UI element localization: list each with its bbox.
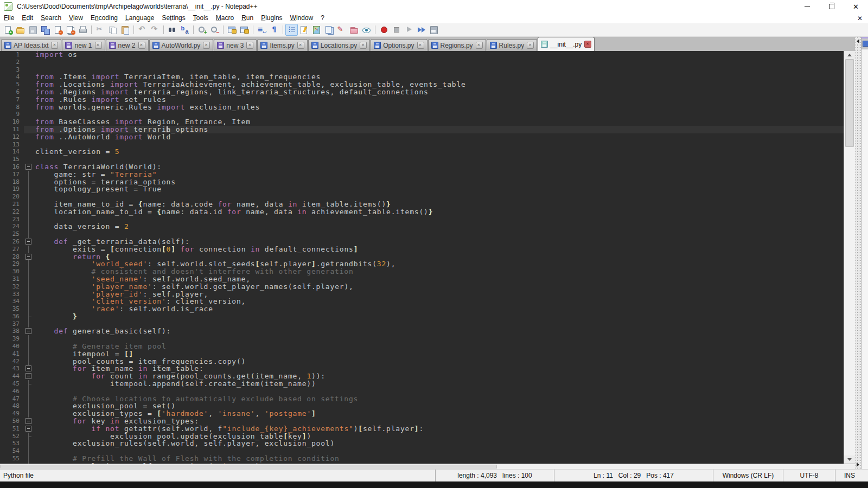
menu-macro[interactable]: Macro	[212, 13, 238, 23]
monitoring-button[interactable]	[360, 24, 373, 36]
fold-margin-cell	[24, 133, 33, 141]
indent-guide-button[interactable]	[285, 24, 298, 36]
fold-margin-cell	[24, 126, 33, 133]
minimize-button[interactable]	[795, 0, 819, 13]
tab-close-icon[interactable]	[297, 42, 304, 49]
line-number: 4	[0, 73, 24, 81]
folder-workspace-button[interactable]	[348, 24, 360, 36]
macro-stop-button[interactable]	[390, 24, 403, 36]
redo-button[interactable]	[149, 24, 161, 36]
scroll-down-icon[interactable]	[844, 455, 855, 464]
save-all-button[interactable]	[39, 24, 52, 36]
scroll-up-icon[interactable]	[844, 51, 855, 59]
tab-close-icon[interactable]	[417, 42, 424, 49]
horizontal-scroll-thumb[interactable]	[0, 465, 497, 468]
tab-autoworld-py[interactable]: AutoWorld.py	[149, 39, 214, 51]
fold-toggle-icon[interactable]	[24, 328, 33, 335]
save-button[interactable]	[27, 24, 39, 36]
zoom-in-button[interactable]	[196, 24, 208, 36]
menu-view[interactable]: View	[65, 13, 87, 23]
fold-toggle-icon[interactable]	[24, 163, 33, 171]
tab-rules-py[interactable]: Rules.py	[487, 39, 538, 51]
function-list-button[interactable]	[298, 24, 310, 36]
close-button[interactable]	[52, 24, 64, 36]
tab-close-icon[interactable]	[203, 42, 210, 49]
doc-map-button[interactable]	[310, 24, 323, 36]
paste-button[interactable]	[119, 24, 131, 36]
menu-close-icon[interactable]	[857, 15, 863, 22]
fold-toggle-icon[interactable]	[24, 238, 33, 246]
vertical-scroll-track[interactable]	[844, 59, 855, 455]
tab-close-icon[interactable]	[527, 42, 534, 49]
undo-button[interactable]	[136, 24, 149, 36]
fold-margin-cell	[24, 51, 33, 59]
menu-file[interactable]: File	[0, 13, 18, 23]
horizontal-scrollbar[interactable]	[0, 464, 855, 469]
tab-close-icon[interactable]	[138, 42, 145, 49]
tab-close-icon[interactable]	[51, 42, 58, 49]
macro-save-button[interactable]	[427, 24, 440, 36]
tab-ap-ideas-txt[interactable]: AP Ideas.txt	[1, 39, 61, 51]
status-insert-mode[interactable]: INS	[835, 470, 864, 481]
tab-new-2[interactable]: new 2	[106, 39, 149, 51]
define-language-button[interactable]	[335, 24, 348, 36]
fold-toggle-icon[interactable]	[24, 373, 33, 380]
file-icon	[311, 42, 318, 49]
vertical-scrollbar[interactable]	[844, 51, 855, 464]
macro-stop-icon	[392, 25, 401, 34]
tab-scroll-right-icon[interactable]	[857, 463, 859, 467]
tab-new-3[interactable]: new 3	[214, 39, 257, 51]
close-button[interactable]: ✕	[844, 0, 868, 13]
editor[interactable]: 1import os234from .Items import Terraria…	[0, 51, 844, 464]
copy-button[interactable]	[106, 24, 119, 36]
zoom-out-button[interactable]	[208, 24, 221, 36]
menu-plugins[interactable]: Plugins	[257, 13, 286, 23]
sync-v-button[interactable]	[226, 24, 238, 36]
doc-list-button[interactable]	[323, 24, 335, 36]
view-splitter[interactable]	[855, 37, 861, 469]
menu-search[interactable]: Search	[37, 13, 65, 23]
menu-settings[interactable]: Settings	[158, 13, 189, 23]
fold-toggle-icon[interactable]	[24, 425, 33, 433]
tab-init-py[interactable]: __init__.py	[538, 37, 595, 51]
maximize-button[interactable]	[819, 0, 844, 13]
find-button[interactable]	[166, 24, 178, 36]
tab-close-icon[interactable]	[476, 42, 483, 49]
word-wrap-button[interactable]	[256, 24, 268, 36]
menu-tools[interactable]: Tools	[189, 13, 212, 23]
cut-button[interactable]	[94, 24, 106, 36]
menu-language[interactable]: Language	[122, 13, 158, 23]
macro-play-button[interactable]	[403, 24, 415, 36]
tab-close-icon[interactable]	[360, 42, 367, 49]
fold-toggle-icon[interactable]	[24, 418, 33, 425]
menu-encoding[interactable]: Encoding	[87, 13, 122, 23]
fold-toggle-icon[interactable]	[24, 365, 33, 373]
sync-h-button[interactable]	[238, 24, 251, 36]
macro-multi-button[interactable]	[415, 24, 427, 36]
menu-edit[interactable]: Edit	[18, 13, 37, 23]
vertical-scroll-thumb[interactable]	[845, 59, 854, 147]
new-button[interactable]	[2, 24, 14, 36]
tab-scroll-left-icon[interactable]	[857, 39, 859, 43]
tab-regions-py[interactable]: Regions.py	[428, 39, 486, 51]
open-button[interactable]	[14, 24, 27, 36]
tab-locations-py[interactable]: Locations.py	[308, 39, 370, 51]
show-all-chars-button[interactable]	[268, 24, 280, 36]
menu-run[interactable]: Run	[238, 13, 257, 23]
tab-new-1[interactable]: new 1	[62, 39, 105, 51]
secondary-view-tab[interactable]	[861, 37, 868, 49]
fold-toggle-icon[interactable]	[24, 253, 33, 261]
print-button[interactable]	[76, 24, 89, 36]
tab-options-py[interactable]: Options.py	[371, 39, 427, 51]
replace-button[interactable]	[178, 24, 191, 36]
close-all-button[interactable]	[64, 24, 76, 36]
menu-window[interactable]: Window	[286, 13, 317, 23]
secondary-view[interactable]	[861, 37, 868, 469]
tab-close-icon[interactable]	[95, 42, 102, 49]
menu-item[interactable]: ?	[317, 13, 328, 23]
tab-close-icon[interactable]	[584, 41, 591, 48]
tab-label: new 3	[226, 42, 244, 49]
macro-record-button[interactable]	[378, 24, 390, 36]
tab-items-py[interactable]: Items.py	[257, 39, 307, 51]
tab-close-icon[interactable]	[246, 42, 253, 49]
